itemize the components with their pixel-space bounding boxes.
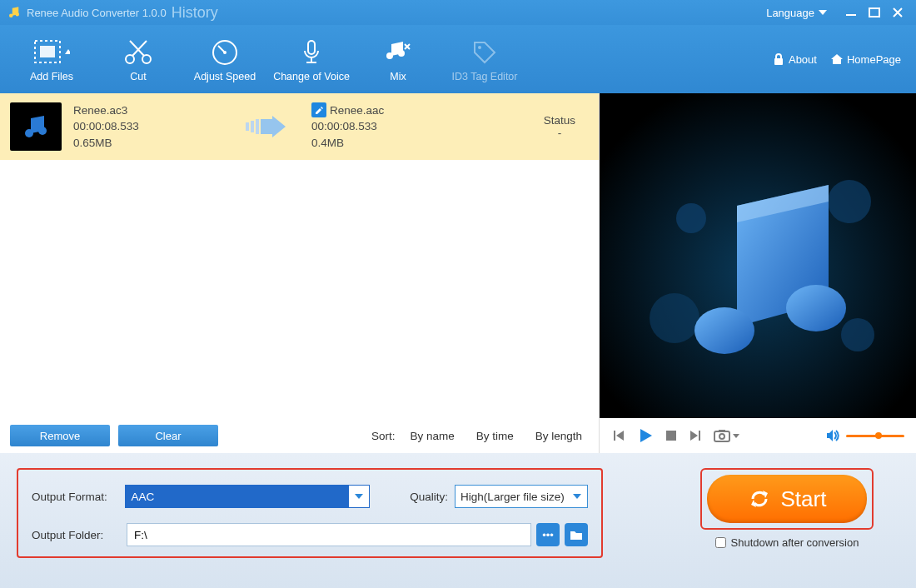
cut-button[interactable]: Cut xyxy=(95,36,182,82)
svg-point-0 xyxy=(9,14,13,18)
output-folder-input[interactable]: F:\ xyxy=(127,523,531,546)
film-add-icon xyxy=(8,36,95,67)
adjust-speed-button[interactable]: Adjust Speed xyxy=(182,36,268,82)
prev-track-button[interactable] xyxy=(611,428,626,443)
start-column: Start Shutdown after conversion xyxy=(675,468,899,549)
stop-button[interactable] xyxy=(665,429,678,442)
quality-label: Quality: xyxy=(410,491,448,503)
snapshot-button[interactable] xyxy=(713,428,739,443)
svg-point-29 xyxy=(719,434,724,439)
bottom-panel: Output Format: AAC Quality: High(Larger … xyxy=(0,453,916,588)
browse-folder-button[interactable]: ••• xyxy=(536,523,560,546)
svg-rect-10 xyxy=(308,41,315,54)
svg-rect-2 xyxy=(846,14,856,16)
svg-point-7 xyxy=(142,55,151,63)
svg-rect-5 xyxy=(40,46,55,57)
add-files-label: Add Files xyxy=(8,71,95,82)
change-voice-label: Change of Voice xyxy=(268,71,355,82)
svg-point-1 xyxy=(16,12,20,17)
svg-rect-3 xyxy=(869,8,879,17)
svg-point-11 xyxy=(386,52,393,59)
main-toolbar: Add Files Cut Adjust Speed Change of Voi… xyxy=(0,25,916,93)
history-link[interactable]: History xyxy=(172,4,218,22)
about-link[interactable]: About xyxy=(772,52,817,66)
maximize-button[interactable] xyxy=(866,4,883,21)
play-button[interactable] xyxy=(636,426,655,445)
minimize-button[interactable] xyxy=(843,4,859,21)
clear-button[interactable]: Clear xyxy=(118,425,218,446)
svg-rect-19 xyxy=(256,119,259,134)
svg-point-9 xyxy=(223,51,227,54)
open-folder-button[interactable] xyxy=(565,523,588,546)
svg-rect-27 xyxy=(666,431,676,441)
source-filename: Renee.ac3 xyxy=(73,102,139,119)
id3-editor-button[interactable]: ID3 Tag Editor xyxy=(441,36,528,82)
svg-point-23 xyxy=(650,293,699,343)
quality-value: High(Larger file size) xyxy=(460,491,565,503)
start-button[interactable]: Start xyxy=(707,475,867,523)
svg-point-16 xyxy=(38,127,47,135)
output-format-label: Output Format: xyxy=(32,491,125,503)
output-format-dropdown[interactable]: AAC xyxy=(125,485,370,508)
destination-info: Renee.aac 00:00:08.533 0.4MB xyxy=(311,102,428,152)
shutdown-checkbox[interactable] xyxy=(715,537,726,548)
svg-point-25 xyxy=(694,307,754,354)
start-label: Start xyxy=(781,486,827,512)
sort-by-length[interactable]: By length xyxy=(535,430,582,442)
microphone-icon xyxy=(268,36,355,67)
svg-point-6 xyxy=(126,55,134,63)
list-footer: Remove Clear Sort: By name By time By le… xyxy=(0,418,599,453)
svg-rect-28 xyxy=(714,431,729,441)
mix-label: Mix xyxy=(355,71,441,82)
destination-size: 0.4MB xyxy=(311,135,428,152)
app-title: Renee Audio Converter 1.0.0 xyxy=(27,7,167,19)
next-track-button[interactable] xyxy=(688,428,703,443)
svg-point-22 xyxy=(828,180,871,223)
preview-canvas xyxy=(600,93,916,418)
player-controls xyxy=(600,418,916,453)
source-info: Renee.ac3 00:00:08.533 0.65MB xyxy=(73,102,139,152)
refresh-icon xyxy=(748,487,771,511)
mix-icon xyxy=(355,36,441,67)
output-settings-box: Output Format: AAC Quality: High(Larger … xyxy=(17,468,603,558)
add-files-button[interactable]: Add Files xyxy=(8,36,95,82)
shutdown-checkbox-row[interactable]: Shutdown after conversion xyxy=(675,536,899,549)
source-size: 0.65MB xyxy=(73,135,139,152)
destination-duration: 00:00:08.533 xyxy=(311,118,428,135)
remove-button[interactable]: Remove xyxy=(10,425,110,446)
homepage-link[interactable]: HomePage xyxy=(830,52,901,66)
language-label: Language xyxy=(766,7,814,19)
svg-point-13 xyxy=(478,46,481,49)
volume-icon[interactable] xyxy=(824,428,839,443)
file-row[interactable]: Renee.ac3 00:00:08.533 0.65MB Renee.aac … xyxy=(0,93,599,160)
output-folder-label: Output Folder: xyxy=(32,529,127,541)
music-note-artwork xyxy=(600,93,916,418)
mix-button[interactable]: Mix xyxy=(355,36,441,82)
app-logo-icon xyxy=(7,5,22,20)
gauge-icon xyxy=(182,36,268,67)
close-button[interactable] xyxy=(889,4,906,21)
svg-rect-18 xyxy=(251,121,254,132)
tag-icon xyxy=(441,36,528,67)
language-dropdown[interactable]: Language xyxy=(766,7,828,19)
change-voice-button[interactable]: Change of Voice xyxy=(268,36,355,82)
chevron-down-icon xyxy=(572,492,582,501)
volume-slider[interactable] xyxy=(846,435,904,437)
file-thumbnail xyxy=(10,102,62,151)
chevron-down-icon xyxy=(818,8,828,17)
about-label: About xyxy=(789,53,817,66)
sort-by-time[interactable]: By time xyxy=(476,430,514,442)
sort-by-name[interactable]: By name xyxy=(410,430,454,442)
conversion-arrow-icon xyxy=(241,114,291,139)
sort-label: Sort: xyxy=(371,430,396,442)
scissors-icon xyxy=(95,36,182,67)
svg-rect-14 xyxy=(774,58,783,65)
svg-point-24 xyxy=(841,318,874,351)
output-folder-value: F:\ xyxy=(134,529,147,541)
status-header: Status xyxy=(530,114,589,127)
svg-point-15 xyxy=(25,129,33,137)
chevron-down-icon xyxy=(349,486,369,507)
homepage-label: HomePage xyxy=(847,53,901,66)
edit-dest-button[interactable] xyxy=(311,102,326,117)
quality-dropdown[interactable]: High(Larger file size) xyxy=(455,485,588,508)
